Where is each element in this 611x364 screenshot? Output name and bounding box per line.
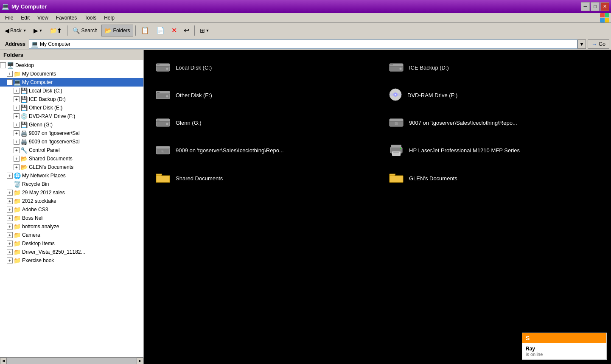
forward-dropdown-icon[interactable]: ▼ [39, 28, 43, 33]
back-dropdown-icon[interactable]: ▼ [23, 28, 27, 33]
tree-item-29-may[interactable]: +📁29 May 2012 sales [0, 188, 143, 197]
move-button[interactable]: 📋 [138, 25, 152, 36]
copy-button[interactable]: 📄 [153, 25, 168, 36]
expand-btn-local-disk-c[interactable]: + [14, 88, 20, 94]
delete-button[interactable]: ✕ [168, 25, 180, 36]
tree-item-recycle-bin[interactable]: 🗑️Recycle Bin [0, 180, 143, 188]
expand-btn-exercise-book[interactable]: + [7, 258, 13, 263]
tree-item-glen-docs[interactable]: +📂GLEN's Documents [0, 163, 143, 171]
view-button[interactable]: ⊞ ▼ [197, 25, 213, 36]
scroll-track[interactable] [7, 358, 137, 364]
tree-item-my-documents[interactable]: +📁My Documents [0, 70, 143, 78]
svg-rect-21 [157, 120, 160, 120]
expand-btn-driver-vista[interactable]: + [7, 249, 13, 255]
tree-item-desktop-items[interactable]: +📁Desktop Items [0, 239, 143, 248]
bottom-scrollbar[interactable]: ◀ ▶ [0, 357, 143, 364]
tree-item-camera[interactable]: +📁Camera [0, 231, 143, 239]
expand-btn-camera[interactable]: + [7, 232, 13, 238]
tree-item-other-disk-e[interactable]: +💾Other Disk (E:) [0, 104, 143, 112]
expand-btn-glen-docs[interactable]: + [14, 164, 20, 170]
expand-btn-my-network[interactable]: + [7, 173, 13, 179]
expand-btn-my-documents[interactable]: + [7, 71, 13, 77]
expand-btn-9007-tgo[interactable]: + [14, 130, 20, 136]
skype-notification[interactable]: S Ray is online [522, 333, 607, 360]
expand-btn-bottoms-analyze[interactable]: + [7, 224, 13, 230]
expand-btn-shared-docs[interactable]: + [14, 156, 20, 162]
minimize-button[interactable]: ─ [581, 2, 590, 11]
undo-button[interactable]: ↩ [181, 25, 192, 36]
drive-item-glen-docs-main[interactable]: GLEN's Documents [386, 169, 603, 188]
drive-item-glenn-g[interactable]: Glenn (G:) [153, 114, 369, 132]
expand-btn-control-panel[interactable]: + [14, 147, 20, 153]
expand-btn-2012-stock[interactable]: + [7, 198, 13, 204]
tree-item-my-network[interactable]: +🌐My Network Places [0, 171, 143, 180]
svg-rect-12 [157, 92, 160, 93]
scroll-right-arrow[interactable]: ▶ [137, 358, 143, 364]
tree-item-control-panel[interactable]: +🔧Control Panel [0, 146, 143, 154]
svg-rect-36 [393, 154, 399, 154]
drive-item-dvd-f[interactable]: DVD-RAM Drive (F:) [386, 85, 603, 105]
menu-favorites[interactable]: Favorites [53, 14, 80, 22]
close-button[interactable]: ✕ [600, 2, 609, 11]
menu-tools[interactable]: Tools [81, 14, 100, 22]
expand-btn-29-may[interactable]: + [7, 190, 13, 196]
drive-item-9007-server[interactable]: ⊞ 9007 on 'tgoserver\Sales\Iceclothing\R… [386, 114, 603, 132]
expand-btn-adobe-cs3[interactable]: + [7, 207, 13, 213]
tree-item-exercise-book[interactable]: +📁Exercise book [0, 256, 143, 265]
tree-item-9009-tgo[interactable]: +🖨️9009 on 'tgoserver\Sal [0, 137, 143, 146]
drive-item-other-e[interactable]: Other Disk (E:) [153, 85, 369, 105]
menu-help[interactable]: Help [101, 14, 118, 22]
tree-item-local-disk-c[interactable]: +💾Local Disk (C:) [0, 87, 143, 95]
expand-btn-ice-backup-d[interactable]: + [14, 96, 20, 102]
search-button[interactable]: 🔍 Search [70, 25, 101, 36]
tree-item-desktop[interactable]: -🖥️Desktop [0, 61, 143, 70]
back-button[interactable]: ◀ Back ▼ [2, 25, 30, 36]
menu-file[interactable]: File [2, 14, 17, 22]
expand-btn-desktop[interactable]: - [0, 62, 6, 68]
tree-item-dvd-ram-f[interactable]: +💿DVD-RAM Drive (F:) [0, 112, 143, 120]
tree-icon-glen-docs: 📂 [20, 164, 28, 171]
expand-btn-boss-neli[interactable]: + [7, 215, 13, 221]
tree-item-boss-neli[interactable]: +📁Boss Neli [0, 214, 143, 222]
expand-btn-glenn-g[interactable]: + [14, 122, 20, 128]
tree-item-driver-vista[interactable]: +📁Driver_Vista_6250_11182... [0, 248, 143, 256]
forward-button[interactable]: ▶ ▼ [31, 25, 46, 36]
expand-btn-dvd-ram-f[interactable]: + [14, 113, 20, 119]
tree-label-29-may: 29 May 2012 sales [22, 190, 65, 196]
tree-item-shared-docs[interactable]: +📂Shared Documents [0, 154, 143, 163]
drive-item-hp-printer[interactable]: HP LaserJet Professional M1210 MFP Serie… [386, 140, 603, 160]
tree-item-2012-stock[interactable]: +📁2012 stocktake [0, 197, 143, 205]
tree-item-9007-tgo[interactable]: +🖨️9007 on 'tgoserver\Sal [0, 129, 143, 137]
svg-point-22 [166, 123, 168, 125]
skype-logo: S [526, 335, 530, 342]
folders-button[interactable]: 📂 Folders [101, 25, 133, 36]
maximize-button[interactable]: □ [591, 2, 600, 11]
tree-item-adobe-cs3[interactable]: +📁Adobe CS3 [0, 205, 143, 214]
back-label: Back [10, 28, 22, 34]
folders-tree[interactable]: -🖥️Desktop+📁My Documents-💻My Computer+💾L… [0, 60, 143, 357]
menu-edit[interactable]: Edit [17, 14, 33, 22]
tree-item-my-computer[interactable]: -💻My Computer [0, 78, 143, 87]
delete-icon: ✕ [171, 26, 177, 34]
drive-item-9009-server[interactable]: ⊞ 9009 on 'tgoserver\Sales\Iceclothing\R… [153, 140, 369, 160]
address-dropdown[interactable]: ▼ [577, 39, 586, 49]
expand-btn-desktop-items[interactable]: + [7, 241, 13, 246]
address-go-button[interactable]: → Go [588, 39, 609, 49]
tree-icon-driver-vista: 📁 [14, 249, 21, 255]
tree-item-ice-backup-d[interactable]: +💾ICE Backup (D:) [0, 95, 143, 104]
expand-btn-my-computer[interactable]: - [7, 79, 13, 85]
expand-btn-other-disk-e[interactable]: + [14, 105, 20, 111]
menu-view[interactable]: View [34, 14, 52, 22]
address-text[interactable]: My Computer [40, 41, 575, 47]
up-button[interactable]: 📁⬆ [47, 25, 65, 36]
tree-item-bottoms-analyze[interactable]: +📁bottoms analyze [0, 222, 143, 231]
view-dropdown-icon[interactable]: ▼ [206, 28, 210, 33]
tree-item-glenn-g[interactable]: +💾Glenn (G:) [0, 120, 143, 129]
tree-icon-29-may: 📁 [14, 189, 21, 196]
scroll-left-arrow[interactable]: ◀ [0, 358, 7, 364]
expand-btn-9009-tgo[interactable]: + [14, 139, 20, 145]
drive-item-local-c[interactable]: Local Disk (C:) [153, 59, 369, 77]
drive-item-shared-docs-main[interactable]: Shared Documents [153, 169, 369, 188]
drive-item-ice-d[interactable]: ICE Backup (D:) [386, 59, 603, 77]
tree-label-adobe-cs3: Adobe CS3 [22, 207, 48, 213]
